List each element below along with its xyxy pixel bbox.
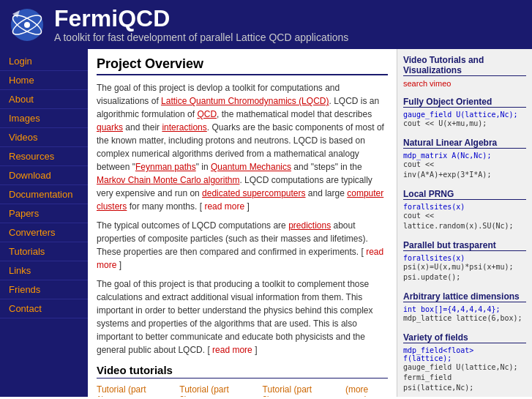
- rs-code-line: mdp_matrix A(Nc,Nc);: [403, 152, 526, 160]
- rs-code-line: gauge_field U(lattice,Nc);: [403, 362, 526, 373]
- rs-code-line: int box[]={4,4,4,4,4};: [403, 305, 526, 313]
- rs-code-line: cout <<: [403, 160, 526, 170]
- rs-section-title: Fully Object Oriented: [403, 97, 526, 108]
- sidebar-item-documentation[interactable]: Documentation: [0, 185, 88, 204]
- rs-code-line: psi(x)=U(x,mu)*psi(x+mu);: [403, 262, 526, 272]
- qcd-link[interactable]: QCD: [197, 109, 217, 119]
- project-overview-heading: Project Overview: [97, 56, 388, 75]
- sidebar-item-contact[interactable]: Contact: [0, 299, 88, 318]
- sidebar-item-videos[interactable]: Videos: [0, 128, 88, 147]
- rs-section: Parallel but trasparentforallsites(x)psi…: [403, 240, 526, 283]
- intro-para-3: The goal of this project is that produci…: [97, 277, 388, 357]
- rs-section: Variety of fieldsmdp_field<float> f(latt…: [403, 332, 526, 393]
- rs-section-title: Arbitrary lattice dimensions: [403, 291, 526, 302]
- markov-link[interactable]: Markov Chain Monte Carlo algorithm: [97, 175, 239, 185]
- rs-code-line: psi.update();: [403, 272, 526, 283]
- quarks-link[interactable]: quarks: [97, 122, 123, 133]
- sidebar-item-friends[interactable]: Friends: [0, 280, 88, 299]
- right-sidebar: Video Tutorials and Visualizationssearch…: [397, 49, 532, 397]
- tutorial-2-link[interactable]: Tutorial (part 2): [179, 384, 233, 397]
- rs-section: Video Tutorials and Visualizationssearch…: [403, 55, 526, 88]
- lqc-link[interactable]: Lattice Quantum Chromodynamics (LQCD): [161, 96, 329, 106]
- rs-code-line: lattice.random(x).SU(Nc);: [403, 221, 526, 231]
- interactions-link[interactable]: interactions: [162, 122, 206, 133]
- rs-section-title: Video Tutorials and Visualizations: [403, 55, 526, 76]
- rs-code-line: forallsites(x): [403, 254, 526, 262]
- logo-icon: [9, 7, 45, 43]
- tutorial-3-link[interactable]: Tutorial (part 3): [263, 384, 316, 397]
- video-tutorials-heading: Video tutorials: [97, 364, 388, 379]
- site-subtitle: A toolkit for fast development of parall…: [54, 31, 348, 43]
- read-more-1[interactable]: read more: [204, 201, 244, 212]
- rs-section: Fully Object Orientedgauge_field U(latti…: [403, 97, 526, 129]
- sidebar-item-images[interactable]: Images: [0, 109, 88, 128]
- rs-section-title: Variety of fields: [403, 332, 526, 343]
- sidebar-item-about[interactable]: About: [0, 90, 88, 109]
- tutorial-more: (more soon): [345, 384, 388, 397]
- sidebar: LoginHomeAboutImagesVideosResourcesDownl…: [0, 49, 88, 397]
- rs-section-title: Local PRNG: [403, 189, 526, 200]
- tutorial-1-link[interactable]: Tutorial (part 1): [97, 384, 150, 397]
- header-text: FermiQCD A toolkit for fast development …: [54, 6, 348, 43]
- rs-section: Natural Linear Algebramdp_matrix A(Nc,Nc…: [403, 138, 526, 180]
- sidebar-item-home[interactable]: Home: [0, 71, 88, 90]
- rs-code-line: fermi_field psi(lattice,Nc);: [403, 373, 526, 393]
- rs-code-line: inv(A*A)+exp(3*I*A);: [403, 170, 526, 180]
- rs-code-line: mdp_field<float> f(lattice);: [403, 346, 526, 362]
- rs-code-line: cout << U(x+mu,mu);: [403, 119, 526, 129]
- sidebar-item-links[interactable]: Links: [0, 261, 88, 280]
- rs-code-line: gauge_field U(lattice,Nc);: [403, 111, 526, 119]
- header: FermiQCD A toolkit for fast development …: [0, 0, 532, 49]
- sidebar-item-tutorials[interactable]: Tutorials: [0, 242, 88, 261]
- tutorial-links: Tutorial (part 1) Tutorial (part 2) Tuto…: [97, 384, 388, 397]
- sidebar-item-download[interactable]: Download: [0, 166, 88, 185]
- sidebar-item-converters[interactable]: Converters: [0, 223, 88, 242]
- supercomp-link[interactable]: dedicated supercomputers: [202, 188, 305, 198]
- read-more-2[interactable]: read more: [97, 247, 383, 270]
- rs-code-line: mdp_lattice lattice(6,box);: [403, 313, 526, 324]
- predictions-link[interactable]: predictions: [288, 220, 331, 231]
- rs-section-title: Natural Linear Algebra: [403, 138, 526, 149]
- read-more-3[interactable]: read more: [212, 345, 252, 355]
- svg-point-3: [24, 22, 30, 28]
- rs-section-title: Parallel but trasparent: [403, 240, 526, 251]
- rs-section: Arbitrary lattice dimensionsint box[]={4…: [403, 291, 526, 324]
- main-layout: LoginHomeAboutImagesVideosResourcesDownl…: [0, 49, 532, 397]
- rs-section: Local PRNGforallsites(x)cout <<lattice.r…: [403, 189, 526, 231]
- site-title: FermiQCD: [54, 6, 348, 31]
- rs-code-line: cout <<: [403, 211, 526, 221]
- sidebar-item-papers[interactable]: Papers: [0, 204, 88, 223]
- feynman-link[interactable]: Feynman paths: [135, 162, 196, 172]
- sidebar-item-resources[interactable]: Resources: [0, 147, 88, 166]
- sidebar-item-login[interactable]: Login: [0, 52, 88, 71]
- main-content: Project Overview The goal of this projec…: [88, 49, 397, 397]
- rs-code-line: forallsites(x): [403, 203, 526, 211]
- rs-link[interactable]: search vimeo: [403, 79, 526, 88]
- intro-para-2: The typical outcomes of LQCD computation…: [97, 219, 388, 272]
- qm-link[interactable]: Quantum Mechanics: [211, 162, 291, 172]
- intro-para-1: The goal of this project is devlop a too…: [97, 81, 388, 213]
